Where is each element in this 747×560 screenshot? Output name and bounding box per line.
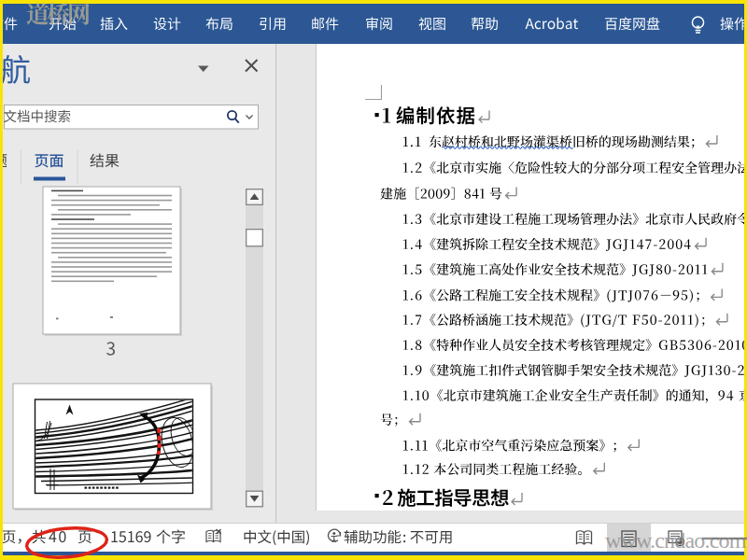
svg-text:www.cndao.com: www.cndao.com: [605, 528, 747, 553]
